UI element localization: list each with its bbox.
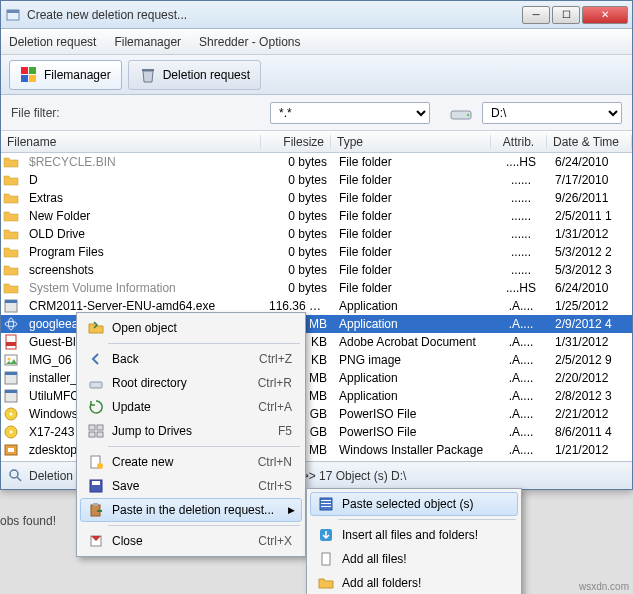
menu-shortcut: Ctrl+N xyxy=(258,455,296,469)
file-filter-combo[interactable]: *.* xyxy=(270,102,430,124)
back-icon xyxy=(86,351,106,367)
exe-icon xyxy=(3,370,19,386)
folder-icon xyxy=(3,154,19,170)
col-attrib[interactable]: Attrib. xyxy=(491,135,547,149)
cell-filename: New Folder xyxy=(23,209,263,223)
svg-rect-3 xyxy=(29,67,36,74)
col-filename[interactable]: Filename xyxy=(1,135,261,149)
tab-deletion-request[interactable]: Deletion request xyxy=(128,60,261,90)
cell-filesize: 0 bytes xyxy=(263,191,333,205)
search-icon xyxy=(9,469,23,483)
cell-filename: Extras xyxy=(23,191,263,205)
menu-item-label: Create new xyxy=(106,455,258,469)
menu-item-label: Root directory xyxy=(106,376,258,390)
svg-rect-5 xyxy=(29,75,36,82)
svg-rect-19 xyxy=(5,372,17,375)
menu-item-update[interactable]: UpdateCtrl+A xyxy=(80,395,302,419)
menu-shredder-options[interactable]: Shredder - Options xyxy=(199,35,300,49)
folder-icon xyxy=(3,208,19,224)
minimize-button[interactable]: ─ xyxy=(522,6,550,24)
cell-date: 2/5/2011 1 xyxy=(549,209,632,223)
save-icon xyxy=(86,478,106,494)
cell-date: 7/17/2010 xyxy=(549,173,632,187)
open-icon xyxy=(86,320,106,336)
close-icon xyxy=(86,533,106,549)
png-icon xyxy=(3,352,19,368)
menu-item-close[interactable]: CloseCtrl+X xyxy=(80,529,302,553)
col-filesize[interactable]: Filesize xyxy=(261,135,331,149)
menu-item-paste-in-the-deletion-request[interactable]: Paste in the deletion request...▶ xyxy=(80,498,302,522)
table-header: Filename Filesize Type Attrib. Date & Ti… xyxy=(1,131,632,153)
menu-item-open-object[interactable]: Open object xyxy=(80,316,302,340)
svg-rect-40 xyxy=(93,503,98,506)
svg-point-17 xyxy=(8,358,11,361)
update-icon xyxy=(86,399,106,415)
menu-item-add-all-files[interactable]: Add all files! xyxy=(310,547,518,571)
table-row[interactable]: screenshots0 bytes File folder......5/3/… xyxy=(1,261,632,279)
cell-type: File folder xyxy=(333,245,493,259)
table-row[interactable]: Program Files0 bytes File folder......5/… xyxy=(1,243,632,261)
cell-type: File folder xyxy=(333,191,493,205)
status-prefix: Deletion r xyxy=(29,469,80,483)
menu-item-back[interactable]: BackCtrl+Z xyxy=(80,347,302,371)
table-row[interactable]: New Folder0 bytes File folder......2/5/2… xyxy=(1,207,632,225)
svg-rect-32 xyxy=(97,425,103,430)
msi-icon xyxy=(3,442,19,458)
titlebar[interactable]: Create new deletion request... ─ ☐ ✕ xyxy=(1,1,632,29)
cell-date: 2/9/2012 4 xyxy=(549,317,632,331)
table-row[interactable]: $RECYCLE.BIN0 bytes File folder....HS6/2… xyxy=(1,153,632,171)
cell-date: 1/31/2012 xyxy=(549,335,632,349)
watermark: wsxdn.com xyxy=(579,581,629,592)
cell-date: 8/6/2011 4 xyxy=(549,425,632,439)
table-row[interactable]: System Volume Information0 bytes File fo… xyxy=(1,279,632,297)
cell-attrib: .A.... xyxy=(493,317,549,331)
context-menu: Open objectBackCtrl+ZRoot directoryCtrl+… xyxy=(76,312,306,557)
menu-item-paste-selected-object-s[interactable]: Paste selected object (s) xyxy=(310,492,518,516)
cell-type: Windows Installer Package xyxy=(333,443,493,457)
menu-item-create-new[interactable]: Create newCtrl+N xyxy=(80,450,302,474)
windows-flag-icon xyxy=(20,66,38,84)
menu-item-insert-all-files-and-folders[interactable]: Insert all files and folders! xyxy=(310,523,518,547)
col-type[interactable]: Type xyxy=(331,135,491,149)
cell-attrib: .A.... xyxy=(493,353,549,367)
menu-item-label: Open object xyxy=(106,321,296,335)
root-icon xyxy=(86,375,106,391)
menu-deletion-request[interactable]: Deletion request xyxy=(9,35,96,49)
svg-point-28 xyxy=(10,470,18,478)
svg-rect-31 xyxy=(89,425,95,430)
menu-item-jump-to-drives[interactable]: Jump to DrivesF5 xyxy=(80,419,302,443)
menu-filemanager[interactable]: Filemanager xyxy=(114,35,181,49)
tab-filemanager[interactable]: Filemanager xyxy=(9,60,122,90)
cell-date: 6/24/2010 xyxy=(549,281,632,295)
cell-filesize: 0 bytes xyxy=(263,173,333,187)
drive-combo[interactable]: D:\ xyxy=(482,102,622,124)
cell-filesize: 0 bytes xyxy=(263,245,333,259)
drive-icon xyxy=(450,105,472,121)
cell-filename: OLD Drive xyxy=(23,227,263,241)
menu-item-label: Paste in the deletion request... xyxy=(106,503,296,517)
iso-icon xyxy=(3,406,19,422)
svg-point-8 xyxy=(467,113,469,115)
table-row[interactable]: Extras0 bytes File folder......9/26/2011 xyxy=(1,189,632,207)
svg-point-11 xyxy=(5,318,17,330)
menu-item-save[interactable]: SaveCtrl+S xyxy=(80,474,302,498)
table-row[interactable]: OLD Drive0 bytes File folder......1/31/2… xyxy=(1,225,632,243)
cell-filesize: 0 bytes xyxy=(263,281,333,295)
menu-item-add-all-folders[interactable]: Add all folders! xyxy=(310,571,518,594)
globe-icon xyxy=(3,316,19,332)
exe-icon xyxy=(3,388,19,404)
cell-type: File folder xyxy=(333,173,493,187)
svg-rect-47 xyxy=(322,553,330,565)
menubar: Deletion request Filemanager Shredder - … xyxy=(1,29,632,55)
cell-type: File folder xyxy=(333,227,493,241)
menu-separator xyxy=(338,519,516,520)
close-button[interactable]: ✕ xyxy=(582,6,628,24)
menu-item-root-directory[interactable]: Root directoryCtrl+R xyxy=(80,371,302,395)
tabbar: Filemanager Deletion request xyxy=(1,55,632,95)
maximize-button[interactable]: ☐ xyxy=(552,6,580,24)
cell-attrib: ...... xyxy=(493,209,549,223)
col-date[interactable]: Date & Time xyxy=(547,135,632,149)
filter-bar: File filter: *.* D:\ xyxy=(1,95,632,131)
cell-attrib: .A.... xyxy=(493,389,549,403)
table-row[interactable]: D0 bytes File folder......7/17/2010 xyxy=(1,171,632,189)
